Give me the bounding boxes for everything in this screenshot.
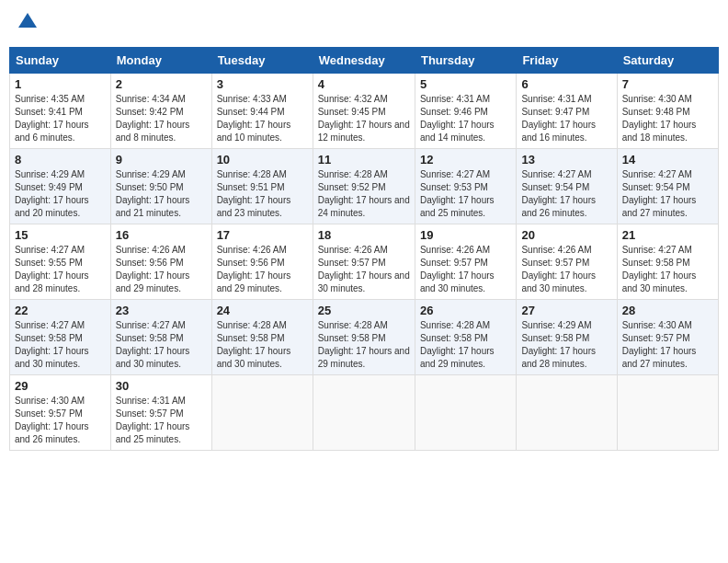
logo-icon (15, 9, 40, 35)
day-number: 28 (622, 304, 713, 317)
day-number: 15 (15, 228, 106, 242)
day-number: 11 (318, 153, 410, 167)
calendar-cell: 12Sunrise: 4:27 AMSunset: 9:53 PMDayligh… (415, 148, 516, 224)
cell-info: Sunrise: 4:30 AMSunset: 9:57 PMDaylight:… (622, 319, 713, 371)
page-header (9, 9, 719, 40)
calendar-week-3: 15Sunrise: 4:27 AMSunset: 9:55 PMDayligh… (10, 224, 719, 299)
cell-info: Sunrise: 4:30 AMSunset: 9:57 PMDaylight:… (15, 395, 106, 446)
cell-info: Sunrise: 4:27 AMSunset: 9:54 PMDaylight:… (622, 168, 713, 220)
calendar-cell (617, 374, 718, 450)
cell-info: Sunrise: 4:30 AMSunset: 9:48 PMDaylight:… (622, 93, 713, 144)
calendar-week-2: 8Sunrise: 4:29 AMSunset: 9:49 PMDaylight… (10, 148, 719, 224)
day-number: 12 (420, 153, 511, 167)
calendar-cell: 7Sunrise: 4:30 AMSunset: 9:48 PMDaylight… (617, 73, 718, 148)
calendar-cell: 4Sunrise: 4:32 AMSunset: 9:45 PMDaylight… (313, 73, 415, 148)
calendar-cell: 20Sunrise: 4:26 AMSunset: 9:57 PMDayligh… (517, 224, 617, 299)
cell-info: Sunrise: 4:31 AMSunset: 9:47 PMDaylight:… (521, 93, 611, 144)
calendar-cell: 30Sunrise: 4:31 AMSunset: 9:57 PMDayligh… (110, 374, 211, 450)
day-number: 8 (15, 153, 106, 167)
cell-info: Sunrise: 4:26 AMSunset: 9:57 PMDaylight:… (420, 244, 511, 295)
cell-info: Sunrise: 4:27 AMSunset: 9:54 PMDaylight:… (521, 168, 611, 220)
calendar-cell: 6Sunrise: 4:31 AMSunset: 9:47 PMDaylight… (517, 73, 617, 148)
calendar-cell: 24Sunrise: 4:28 AMSunset: 9:58 PMDayligh… (211, 299, 313, 374)
day-number: 18 (318, 228, 410, 242)
day-number: 6 (521, 77, 611, 91)
cell-info: Sunrise: 4:28 AMSunset: 9:52 PMDaylight:… (318, 168, 410, 220)
cell-info: Sunrise: 4:27 AMSunset: 9:58 PMDaylight:… (15, 319, 106, 371)
calendar-cell: 28Sunrise: 4:30 AMSunset: 9:57 PMDayligh… (617, 299, 718, 374)
calendar-cell: 25Sunrise: 4:28 AMSunset: 9:58 PMDayligh… (313, 299, 415, 374)
calendar-cell (313, 374, 415, 450)
cell-info: Sunrise: 4:31 AMSunset: 9:57 PMDaylight:… (116, 395, 207, 446)
day-number: 22 (15, 304, 106, 317)
calendar-header-thursday: Thursday (415, 47, 516, 73)
cell-info: Sunrise: 4:26 AMSunset: 9:56 PMDaylight:… (116, 244, 207, 295)
cell-info: Sunrise: 4:29 AMSunset: 9:49 PMDaylight:… (15, 168, 106, 220)
calendar-cell: 11Sunrise: 4:28 AMSunset: 9:52 PMDayligh… (313, 148, 415, 224)
cell-info: Sunrise: 4:29 AMSunset: 9:50 PMDaylight:… (116, 168, 207, 220)
calendar-cell: 29Sunrise: 4:30 AMSunset: 9:57 PMDayligh… (10, 374, 111, 450)
calendar-cell: 15Sunrise: 4:27 AMSunset: 9:55 PMDayligh… (10, 224, 111, 299)
svg-marker-0 (18, 13, 37, 28)
cell-info: Sunrise: 4:31 AMSunset: 9:46 PMDaylight:… (420, 93, 511, 144)
day-number: 5 (420, 77, 511, 91)
day-number: 24 (217, 304, 308, 317)
day-number: 3 (217, 77, 308, 91)
calendar-table: SundayMondayTuesdayWednesdayThursdayFrid… (9, 47, 719, 451)
calendar-header-wednesday: Wednesday (313, 47, 415, 73)
cell-info: Sunrise: 4:33 AMSunset: 9:44 PMDaylight:… (217, 93, 308, 144)
calendar-cell: 27Sunrise: 4:29 AMSunset: 9:58 PMDayligh… (517, 299, 617, 374)
cell-info: Sunrise: 4:27 AMSunset: 9:58 PMDaylight:… (622, 244, 713, 295)
calendar-cell: 14Sunrise: 4:27 AMSunset: 9:54 PMDayligh… (617, 148, 718, 224)
calendar-cell: 16Sunrise: 4:26 AMSunset: 9:56 PMDayligh… (110, 224, 211, 299)
day-number: 20 (521, 228, 611, 242)
calendar-cell: 17Sunrise: 4:26 AMSunset: 9:56 PMDayligh… (211, 224, 313, 299)
calendar-header-friday: Friday (517, 47, 617, 73)
day-number: 1 (15, 77, 106, 91)
day-number: 9 (116, 153, 207, 167)
day-number: 13 (521, 153, 611, 167)
calendar-cell: 3Sunrise: 4:33 AMSunset: 9:44 PMDaylight… (211, 73, 313, 148)
day-number: 19 (420, 228, 511, 242)
cell-info: Sunrise: 4:34 AMSunset: 9:42 PMDaylight:… (116, 93, 207, 144)
calendar-cell: 1Sunrise: 4:35 AMSunset: 9:41 PMDaylight… (10, 73, 111, 148)
day-number: 7 (622, 77, 713, 91)
day-number: 25 (318, 304, 410, 317)
logo (13, 9, 40, 40)
cell-info: Sunrise: 4:35 AMSunset: 9:41 PMDaylight:… (15, 93, 106, 144)
cell-info: Sunrise: 4:26 AMSunset: 9:56 PMDaylight:… (217, 244, 308, 295)
day-number: 29 (15, 379, 106, 393)
day-number: 27 (521, 304, 611, 317)
day-number: 17 (217, 228, 308, 242)
calendar-header-row: SundayMondayTuesdayWednesdayThursdayFrid… (10, 47, 719, 73)
cell-info: Sunrise: 4:26 AMSunset: 9:57 PMDaylight:… (521, 244, 611, 295)
cell-info: Sunrise: 4:32 AMSunset: 9:45 PMDaylight:… (318, 93, 410, 144)
day-number: 23 (116, 304, 207, 317)
cell-info: Sunrise: 4:28 AMSunset: 9:58 PMDaylight:… (318, 319, 410, 371)
calendar-cell: 23Sunrise: 4:27 AMSunset: 9:58 PMDayligh… (110, 299, 211, 374)
cell-info: Sunrise: 4:28 AMSunset: 9:58 PMDaylight:… (420, 319, 511, 371)
cell-info: Sunrise: 4:28 AMSunset: 9:58 PMDaylight:… (217, 319, 308, 371)
calendar-cell: 19Sunrise: 4:26 AMSunset: 9:57 PMDayligh… (415, 224, 516, 299)
calendar-week-4: 22Sunrise: 4:27 AMSunset: 9:58 PMDayligh… (10, 299, 719, 374)
calendar-cell: 10Sunrise: 4:28 AMSunset: 9:51 PMDayligh… (211, 148, 313, 224)
cell-info: Sunrise: 4:27 AMSunset: 9:58 PMDaylight:… (116, 319, 207, 371)
calendar-cell: 18Sunrise: 4:26 AMSunset: 9:57 PMDayligh… (313, 224, 415, 299)
calendar-cell: 21Sunrise: 4:27 AMSunset: 9:58 PMDayligh… (617, 224, 718, 299)
cell-info: Sunrise: 4:28 AMSunset: 9:51 PMDaylight:… (217, 168, 308, 220)
day-number: 26 (420, 304, 511, 317)
day-number: 14 (622, 153, 713, 167)
calendar-week-1: 1Sunrise: 4:35 AMSunset: 9:41 PMDaylight… (10, 73, 719, 148)
cell-info: Sunrise: 4:27 AMSunset: 9:53 PMDaylight:… (420, 168, 511, 220)
calendar-header-tuesday: Tuesday (211, 47, 313, 73)
calendar-week-5: 29Sunrise: 4:30 AMSunset: 9:57 PMDayligh… (10, 374, 719, 450)
calendar-cell: 22Sunrise: 4:27 AMSunset: 9:58 PMDayligh… (10, 299, 111, 374)
cell-info: Sunrise: 4:29 AMSunset: 9:58 PMDaylight:… (521, 319, 611, 371)
day-number: 16 (116, 228, 207, 242)
calendar-header-sunday: Sunday (10, 47, 111, 73)
day-number: 2 (116, 77, 207, 91)
calendar-cell (211, 374, 313, 450)
calendar-cell: 13Sunrise: 4:27 AMSunset: 9:54 PMDayligh… (517, 148, 617, 224)
day-number: 21 (622, 228, 713, 242)
cell-info: Sunrise: 4:26 AMSunset: 9:57 PMDaylight:… (318, 244, 410, 295)
